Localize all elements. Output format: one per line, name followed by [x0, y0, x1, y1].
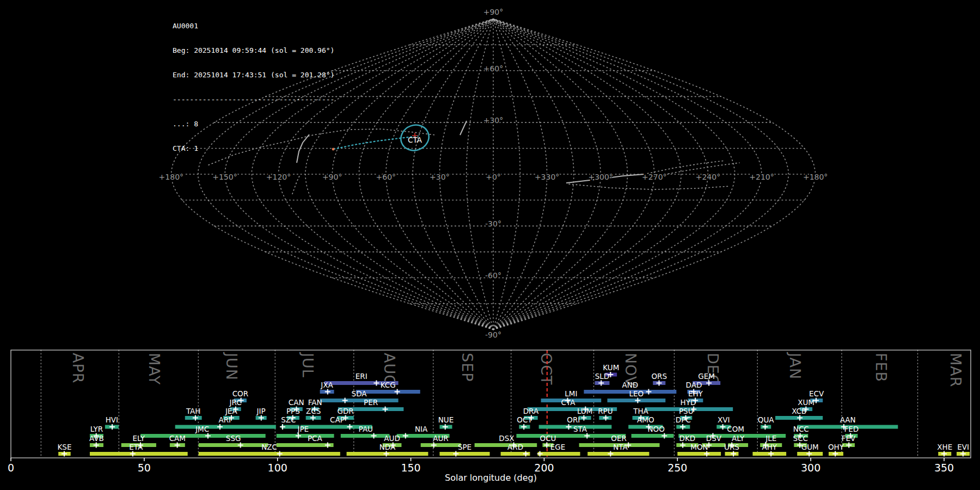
shower-label-ORS: ORS — [651, 372, 667, 381]
shower-label-JMC: JMC — [195, 425, 209, 433]
shower-label-NUE: NUE — [438, 415, 454, 424]
shower-label-OCT: OCT — [517, 415, 532, 424]
shower-label-ARI: ARI — [218, 415, 231, 424]
shower-label-CAP: CAP — [330, 415, 345, 424]
shower-label-GUM: GUM — [801, 443, 819, 451]
info-begin-time: Beg: 20251014 09:59:44 (sol = 200.96°) — [173, 46, 334, 54]
x-tick-label: 50 — [138, 462, 151, 474]
observation-info: AU0001 Beg: 20251014 09:59:44 (sol = 200… — [173, 5, 334, 169]
x-tick-label: 0 — [8, 462, 14, 474]
month-label-MAY: MAY — [146, 353, 163, 385]
shower-label-SZC: SZC — [281, 415, 296, 424]
shower-label-AMO: AMO — [637, 415, 654, 424]
shower-bar-NTA — [587, 452, 649, 456]
month-label-SEP: SEP — [459, 353, 476, 382]
shower-bar-MON — [677, 452, 721, 456]
info-separator: -------------------------------------- — [173, 95, 334, 103]
shower-bar-SPE — [439, 452, 489, 456]
shower-label-DRA: DRA — [523, 407, 539, 415]
shower-label-URS: URS — [724, 443, 739, 451]
shower-label-SSG: SSG — [226, 434, 241, 443]
month-label-MAR: MAR — [947, 353, 964, 388]
shower-label-LUM: LUM — [577, 407, 592, 415]
shower-label-PSU: PSU — [679, 407, 694, 415]
shower-label-PER: PER — [364, 398, 378, 407]
shower-label-HYD: HYD — [680, 398, 696, 407]
shower-label-LMI: LMI — [565, 389, 577, 398]
shower-label-COM: COM — [727, 425, 744, 433]
shower-label-OER: OER — [611, 434, 627, 443]
shower-label-NOO: NOO — [647, 425, 664, 433]
month-label-DEC: DEC — [705, 353, 721, 385]
x-axis-title: Solar longitude (deg) — [445, 473, 537, 483]
shower-label-JLE: JLE — [765, 434, 776, 443]
shower-label-DKD: DKD — [679, 434, 696, 443]
shower-label-DAD: DAD — [686, 381, 702, 389]
shower-bar-SDA — [320, 399, 399, 402]
shower-label-JEA: JEA — [225, 407, 238, 415]
shower-label-AUR: AUR — [433, 434, 449, 443]
shower-label-SCC: SCC — [793, 434, 808, 443]
shower-label-GDR: GDR — [337, 407, 353, 415]
shower-label-PCA: PCA — [308, 434, 323, 443]
shower-label-ELY: ELY — [133, 434, 145, 443]
month-label-JUN: JUN — [223, 352, 240, 381]
month-label-JUL: JUL — [299, 352, 316, 378]
shower-label-PAU: PAU — [359, 425, 373, 433]
shower-label-KCG: KCG — [381, 381, 396, 389]
shower-label-CTA: CTA — [561, 398, 576, 407]
shower-label-STA: STA — [573, 425, 587, 433]
shower-label-ECV: ECV — [809, 389, 824, 398]
shower-label-JXA: JXA — [320, 381, 333, 389]
shower-label-THA: THA — [633, 407, 648, 415]
shower-bar-SSG — [199, 443, 268, 447]
shower-label-KUM: KUM — [603, 363, 619, 372]
info-end-time: End: 20251014 17:43:51 (sol = 201.28°) — [173, 71, 334, 79]
shower-label-AUD: AUD — [384, 434, 400, 443]
shower-label-KSE: KSE — [57, 443, 71, 451]
shower-label-RPU: RPU — [598, 407, 612, 415]
x-tick-label: 250 — [667, 462, 687, 474]
shower-label-JRC: JRC — [229, 398, 242, 407]
shower-label-DSX: DSX — [499, 434, 514, 443]
shower-label-XCB: XCB — [792, 407, 806, 415]
shower-label-AND: AND — [622, 381, 639, 389]
info-station-id: AU0001 — [173, 22, 334, 30]
info-count-cta: CTA: 1 — [173, 144, 334, 152]
shower-label-SLD: SLD — [595, 372, 610, 381]
shower-bar-JMC — [140, 434, 266, 438]
activity-timeline-panel: APRMAYJUNJULAUGSEPOCTNOVDECJANFEBMARKUME… — [0, 0, 980, 490]
shower-label-LYR: LYR — [90, 425, 103, 433]
shower-label-XHE: XHE — [937, 443, 952, 451]
shower-label-ARD: ARD — [507, 443, 523, 451]
shower-label-CAN: CAN — [289, 398, 304, 407]
shower-label-LEO: LEO — [629, 389, 644, 398]
meteor-radiant-app: CTA+180°+150°+120°+90°+60°+30°+0°+330°+3… — [0, 0, 980, 490]
shower-label-NTA: NTA — [613, 443, 628, 451]
shower-label-ETA: ETA — [129, 443, 143, 451]
shower-label-FEV: FEV — [842, 434, 856, 443]
shower-label-DPC: DPC — [676, 415, 691, 424]
x-tick-label: 350 — [934, 462, 954, 474]
shower-bar-EGE — [538, 452, 580, 456]
month-label-FEB: FEB — [873, 353, 890, 382]
shower-label-NDA: NDA — [379, 443, 396, 451]
shower-bar-ETA — [90, 452, 188, 456]
shower-label-NIA: NIA — [415, 425, 428, 433]
shower-bar-DSX — [475, 443, 537, 447]
shower-label-NZC: NZC — [261, 443, 277, 451]
shower-label-COR: COR — [232, 389, 248, 398]
shower-bar-NZC — [199, 452, 340, 456]
shower-bar-AUR — [421, 443, 461, 447]
shower-label-MON: MON — [690, 443, 708, 451]
shower-label-AAN: AAN — [840, 415, 856, 424]
shower-label-JIP: JIP — [256, 407, 266, 415]
info-count-other: ...: 8 — [173, 120, 334, 128]
shower-bar-STA — [517, 434, 626, 438]
shower-label-EHY: EHY — [688, 389, 703, 398]
shower-label-XUM: XUM — [798, 398, 814, 407]
shower-label-GEM: GEM — [698, 372, 715, 381]
shower-label-DSV: DSV — [706, 434, 722, 443]
shower-label-SPE: SPE — [458, 443, 471, 451]
month-label-OCT: OCT — [538, 353, 555, 385]
